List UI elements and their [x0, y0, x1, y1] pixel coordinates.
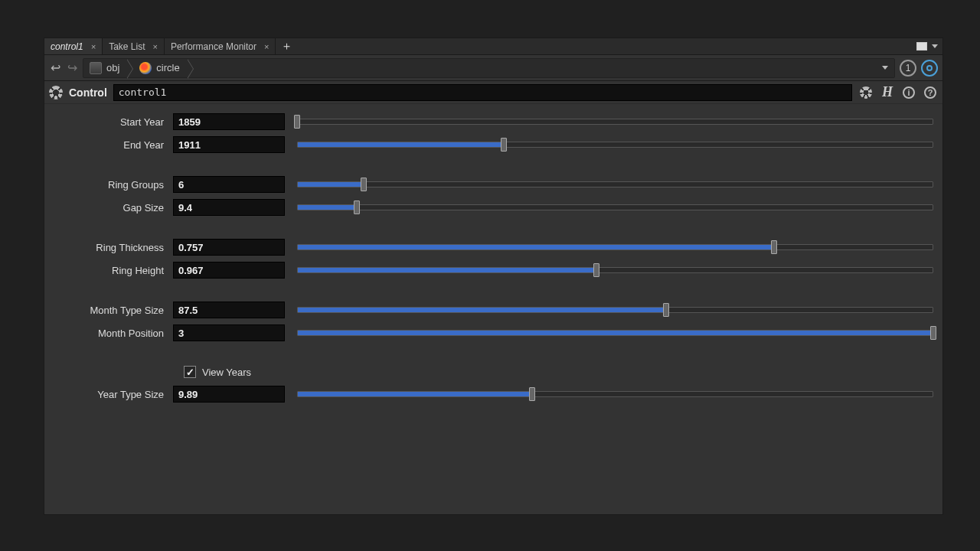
param-label: Ring Height — [51, 265, 173, 276]
param-label: Gap Size — [51, 202, 173, 214]
param-value-input[interactable] — [173, 113, 285, 130]
tab-label: Take List — [109, 41, 145, 52]
param-value-input[interactable] — [173, 176, 285, 193]
crumb-circle[interactable]: circle — [127, 59, 187, 77]
crumb-label: obj — [106, 62, 119, 73]
nav-back-button[interactable]: ↩ — [49, 62, 61, 74]
parameters-pane: control1 × Take List × Performance Monit… — [44, 37, 943, 515]
param-end-year: End Year — [51, 133, 936, 156]
param-slider[interactable] — [297, 239, 933, 256]
param-value-input[interactable] — [173, 262, 285, 279]
param-start-year: Start Year — [51, 110, 936, 133]
tab-control1[interactable]: control1 × — [44, 38, 103, 54]
close-icon[interactable]: × — [264, 42, 269, 51]
param-label: Ring Thickness — [51, 242, 173, 253]
param-value-input[interactable] — [173, 302, 285, 318]
node-type-label: Control — [69, 86, 107, 99]
param-label: End Year — [51, 139, 173, 151]
param-label: Month Type Size — [51, 305, 173, 316]
pin-count-badge[interactable]: 1 — [900, 60, 916, 77]
param-year-type-size: Year Type Size — [51, 383, 936, 406]
param-value-input[interactable] — [173, 324, 285, 341]
tab-label: Performance Monitor — [171, 41, 256, 52]
nav-forward-button[interactable]: ↪ — [66, 62, 78, 74]
param-slider[interactable] — [297, 199, 933, 216]
param-slider[interactable] — [297, 302, 933, 318]
crumb-obj[interactable]: obj — [83, 59, 127, 77]
add-tab-button[interactable]: ＋ — [276, 38, 297, 54]
tab-label: control1 — [51, 41, 83, 52]
param-slider[interactable] — [297, 113, 933, 130]
checkbox-label: View Years — [202, 367, 251, 378]
view-years-checkbox[interactable] — [184, 366, 196, 378]
tab-take-list[interactable]: Take List × — [103, 38, 165, 54]
toolbar: ↩ ↪ obj circle 1 — [44, 55, 942, 81]
param-label: Year Type Size — [51, 389, 173, 400]
path-history-icon[interactable] — [882, 66, 888, 70]
tab-performance-monitor[interactable]: Performance Monitor × — [165, 38, 276, 54]
tab-strip: control1 × Take List × Performance Monit… — [44, 38, 942, 55]
param-value-input[interactable] — [173, 136, 285, 153]
param-value-input[interactable] — [173, 386, 285, 403]
param-ring-groups: Ring Groups — [51, 173, 936, 196]
param-value-input[interactable] — [173, 199, 285, 216]
param-slider[interactable] — [297, 386, 933, 403]
close-icon[interactable]: × — [91, 42, 96, 51]
network-icon — [90, 62, 102, 74]
maximize-pane-icon[interactable] — [916, 42, 927, 51]
node-name-input[interactable] — [113, 84, 852, 101]
param-ring-thickness: Ring Thickness — [51, 236, 936, 259]
houdini-help-icon[interactable]: H — [880, 85, 895, 100]
param-slider[interactable] — [297, 324, 933, 341]
crumb-label: circle — [156, 62, 179, 73]
info-icon[interactable]: i — [901, 85, 916, 100]
node-type-icon — [139, 62, 152, 74]
param-month-type-size: Month Type Size — [51, 298, 936, 321]
help-icon[interactable]: ? — [923, 85, 938, 100]
param-label: Start Year — [51, 116, 173, 128]
param-slider[interactable] — [297, 176, 933, 193]
gear-menu-icon[interactable] — [858, 85, 874, 100]
param-month-position: Month Position — [51, 321, 936, 344]
param-gap-size: Gap Size — [51, 196, 936, 219]
param-view-years: View Years — [51, 361, 936, 383]
pane-menu-icon[interactable] — [932, 44, 938, 48]
gear-icon[interactable] — [49, 86, 63, 99]
follow-selection-icon[interactable] — [921, 60, 938, 77]
param-slider[interactable] — [297, 136, 933, 153]
pin-count-value: 1 — [906, 63, 911, 73]
param-label: Month Position — [51, 328, 173, 339]
path-breadcrumb[interactable]: obj circle — [83, 58, 895, 78]
param-label: Ring Groups — [51, 179, 173, 191]
param-value-input[interactable] — [173, 239, 285, 256]
param-ring-height: Ring Height — [51, 259, 936, 282]
node-header: Control H i ? — [44, 81, 942, 104]
params-list: Start Year End Year Ring Groups Gap Size — [44, 104, 942, 412]
param-slider[interactable] — [297, 262, 933, 279]
close-icon[interactable]: × — [153, 42, 158, 51]
